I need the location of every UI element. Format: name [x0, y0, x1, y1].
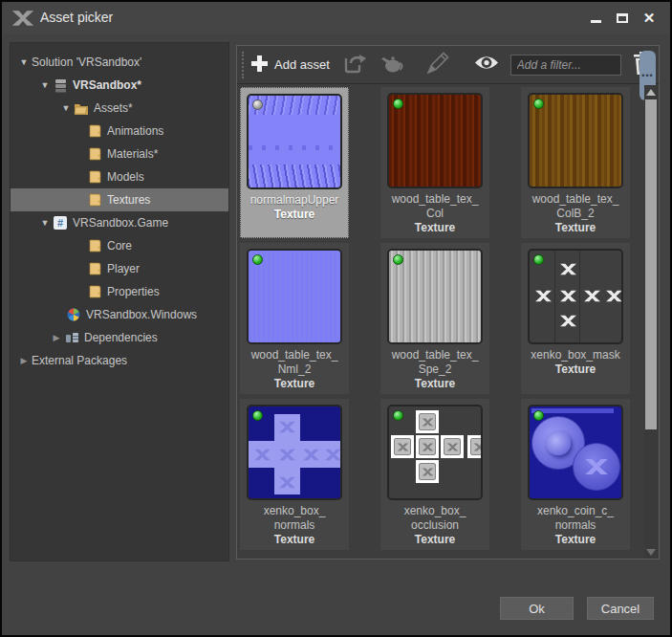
filter-input[interactable] [510, 55, 621, 76]
asset-name: wood_table_tex_ Nml_2 [251, 348, 338, 377]
asset-type: Texture [274, 533, 314, 546]
tree-item-label: VRSandbox.Windows [86, 308, 197, 321]
asset-grid: normalmapUpper Texture wood_table_tex_ C… [237, 84, 659, 560]
asset-tile-wood-nml2[interactable]: wood_table_tex_ Nml_2 Texture [240, 243, 349, 394]
maximize-button[interactable] [609, 7, 636, 30]
folder-icon [87, 261, 102, 276]
scroll-down-button[interactable] [644, 545, 658, 559]
tree-item-vrsandbox-windows[interactable]: VRSandbox.Windows [11, 303, 228, 326]
asset-tile-coin-normals[interactable]: xenko_coin_c_ normals Texture [521, 399, 630, 550]
ellipsis-icon: ••• [641, 74, 653, 77]
tree-item-label: Dependencies [84, 331, 158, 344]
asset-name: xenko_box_ occlusion [404, 504, 466, 533]
tree-item-dependencies[interactable]: ▶ Dependencies [11, 326, 228, 349]
maximize-icon [617, 13, 628, 23]
asset-type: Texture [415, 377, 455, 390]
asset-name: wood_table_tex_ ColB_2 [532, 192, 619, 221]
asset-thumbnail [528, 93, 623, 188]
ok-button[interactable]: Ok [500, 597, 574, 620]
asset-tile-wood-col[interactable]: wood_table_tex_ Col Texture [380, 87, 489, 238]
folder-open-icon [74, 100, 89, 116]
package-icon [53, 77, 68, 93]
scroll-up-button[interactable] [644, 85, 658, 99]
asset-tile-box-occlusion[interactable]: xenko_box_ occlusion Texture [380, 399, 489, 550]
asset-tile-wood-spe2[interactable]: wood_table_tex_ Spe_2 Texture [380, 243, 489, 394]
tree-item-label: Models [107, 170, 144, 184]
status-dot-icon [393, 254, 403, 265]
add-asset-label: Add asset [274, 57, 330, 72]
status-dot-icon [533, 410, 544, 421]
window-title: Asset picker [40, 10, 113, 25]
add-asset-button[interactable]: Add asset [251, 55, 330, 75]
close-button[interactable]: ✕ [636, 7, 662, 30]
tree-item-models[interactable]: Models [11, 165, 228, 188]
triangle-down-icon [646, 549, 656, 556]
asset-type: Texture [555, 362, 596, 376]
tree-item-properties[interactable]: Properties [11, 280, 228, 303]
solution-tree: ▼ Solution 'VRSandbox' ▼ VRSandbox* ▼ As… [10, 42, 229, 561]
references-icon [64, 330, 79, 345]
asset-tile-normalmapupper[interactable]: normalmapUpper Texture [240, 87, 349, 238]
toolbar-grip-handle[interactable] [242, 52, 244, 78]
asset-type: Texture [274, 208, 314, 221]
status-dot-icon [252, 410, 263, 421]
vertical-scrollbar[interactable] [644, 85, 658, 559]
asset-name: wood_table_tex_ Spe_2 [392, 348, 479, 377]
tree-item-animations[interactable]: Animations [11, 120, 228, 143]
asset-thumbnail [387, 249, 483, 344]
asset-toolbar: Add asset [237, 46, 659, 84]
minimize-icon [591, 20, 601, 23]
status-dot-icon [533, 99, 544, 109]
folder-icon [87, 238, 102, 253]
tree-item-external-packages[interactable]: ▶ External Packages [11, 349, 228, 372]
chevron-right-icon[interactable]: ▶ [49, 333, 64, 342]
plus-icon [251, 55, 268, 75]
asset-name: wood_table_tex_ Col [392, 192, 479, 221]
chevron-down-icon[interactable]: ▼ [37, 218, 53, 228]
asset-tile-box-mask[interactable]: xenko_box_mask Texture [521, 243, 630, 394]
asset-view-panel: Add asset [236, 45, 660, 560]
xenko-logo-icon [11, 10, 34, 31]
asset-tile-wood-colb2[interactable]: wood_table_tex_ ColB_2 Texture [521, 87, 630, 238]
folder-icon [87, 284, 102, 299]
folder-icon [87, 146, 102, 162]
asset-name: xenko_box_ normals [264, 504, 326, 533]
teapot-sample-icon[interactable] [380, 53, 405, 77]
asset-type: Texture [555, 533, 596, 546]
import-asset-icon[interactable] [343, 52, 367, 78]
asset-thumbnail [528, 249, 623, 344]
cancel-button[interactable]: Cancel [587, 597, 654, 620]
edit-pencil-icon[interactable] [426, 52, 449, 78]
scrollbar-thumb[interactable] [645, 99, 657, 429]
asset-thumbnail [528, 405, 623, 500]
folder-icon [87, 169, 102, 185]
tree-item-label: Textures [107, 193, 150, 207]
chevron-down-icon[interactable]: ▼ [58, 103, 74, 113]
windows-icon [66, 307, 81, 322]
tree-item-textures[interactable]: Textures [11, 188, 228, 211]
tree-item-label: Properties [107, 285, 160, 298]
tree-item-label: External Packages [32, 354, 127, 367]
asset-name: xenko_box_mask [531, 348, 619, 362]
asset-type: Texture [274, 377, 314, 390]
tree-item-label: VRSandbox.Game [73, 216, 168, 230]
tree-item-label: VRSandbox* [73, 78, 141, 92]
asset-name: xenko_coin_c_ normals [537, 504, 614, 533]
status-dot-icon [252, 99, 263, 110]
csharp-project-icon: # [53, 215, 68, 231]
tree-item-solution[interactable]: ▼ Solution 'VRSandbox' [11, 51, 228, 74]
status-dot-icon [533, 254, 544, 265]
chevron-right-icon[interactable]: ▶ [16, 356, 32, 365]
tree-item-materials[interactable]: Materials* [11, 143, 228, 165]
tree-item-core[interactable]: Core [11, 234, 228, 257]
tree-item-assets[interactable]: ▼ Assets* [11, 97, 228, 120]
minimize-button[interactable] [582, 7, 609, 30]
chevron-down-icon[interactable]: ▼ [37, 80, 53, 90]
asset-thumbnail [247, 249, 342, 344]
tree-item-player[interactable]: Player [11, 257, 228, 280]
tree-item-vrsandbox-game[interactable]: ▼ # VRSandbox.Game [11, 211, 228, 234]
chevron-down-icon[interactable]: ▼ [16, 57, 32, 67]
tree-item-vrsandbox[interactable]: ▼ VRSandbox* [11, 74, 228, 97]
asset-tile-box-normals[interactable]: xenko_box_ normals Texture [240, 399, 349, 550]
view-options-eye-icon[interactable] [474, 55, 499, 75]
